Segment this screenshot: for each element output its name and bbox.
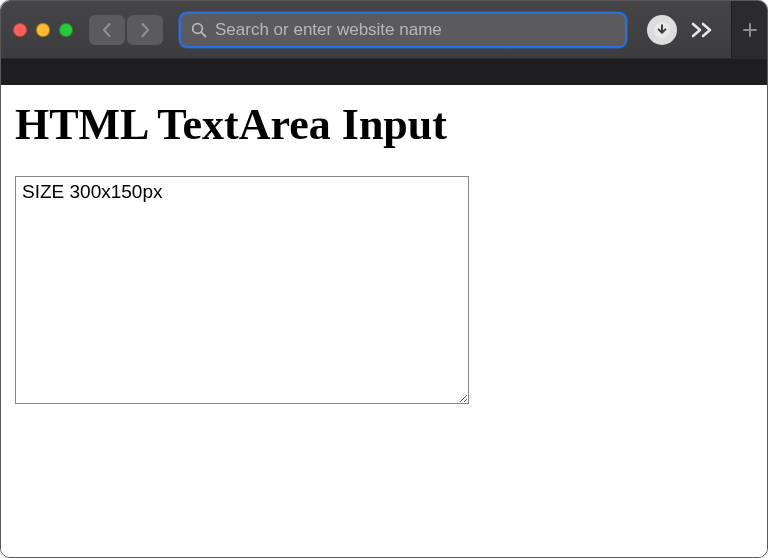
- search-input[interactable]: [215, 20, 615, 40]
- browser-window: HTML TextArea Input: [0, 0, 768, 558]
- back-button[interactable]: [89, 15, 125, 45]
- zoom-icon[interactable]: [59, 23, 73, 37]
- demo-textarea[interactable]: [15, 176, 469, 404]
- plus-icon: [742, 22, 758, 38]
- search-icon: [191, 22, 207, 38]
- titlebar: [1, 1, 767, 59]
- close-icon[interactable]: [13, 23, 27, 37]
- address-bar[interactable]: [181, 14, 625, 46]
- tab-strip: [1, 59, 767, 85]
- textarea-container: [15, 176, 469, 408]
- overflow-button[interactable]: [687, 15, 717, 45]
- new-tab-button[interactable]: [731, 1, 767, 59]
- chevron-left-icon: [101, 23, 113, 37]
- page-content: HTML TextArea Input: [1, 85, 767, 557]
- chevron-right-icon: [139, 23, 151, 37]
- svg-line-1: [201, 32, 205, 36]
- downloads-button[interactable]: [647, 15, 677, 45]
- page-title: HTML TextArea Input: [15, 99, 753, 150]
- chevron-double-right-icon: [691, 22, 713, 38]
- download-icon: [654, 22, 670, 38]
- minimize-icon[interactable]: [36, 23, 50, 37]
- window-controls: [13, 23, 73, 37]
- nav-buttons: [89, 15, 163, 45]
- toolbar-right: [687, 13, 755, 47]
- forward-button[interactable]: [127, 15, 163, 45]
